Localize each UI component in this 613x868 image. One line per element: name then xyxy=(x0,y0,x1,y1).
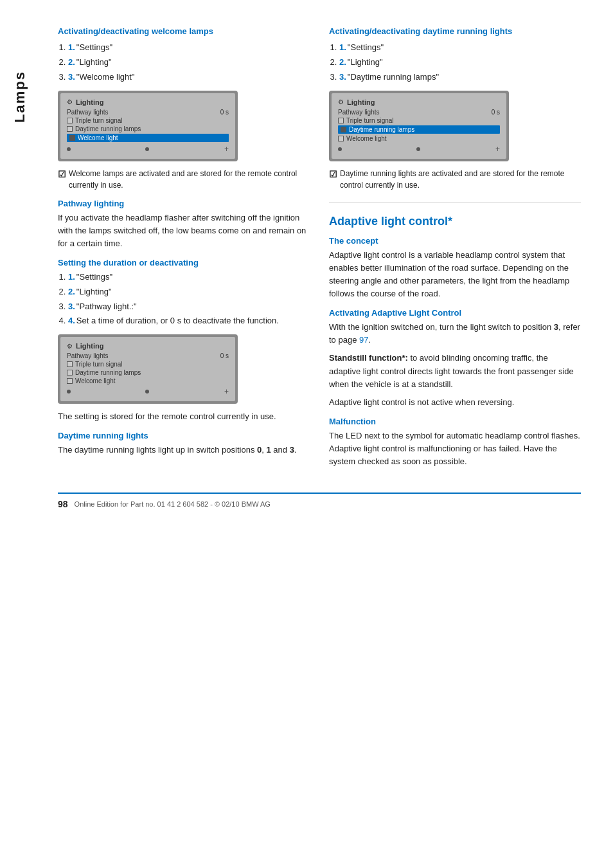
welcome-lamps-title: Activating/deactivating welcome lamps xyxy=(58,26,310,37)
screen-plus: + xyxy=(224,145,229,154)
screen-daytime-row2: Daytime running lamps xyxy=(67,369,229,376)
step-item: 1."Settings" xyxy=(68,271,310,284)
pathway-lighting-body: If you activate the headlamp flasher aft… xyxy=(58,212,310,250)
welcome-lamps-steps: 1."Settings" 2."Lighting" 3."Welcome lig… xyxy=(68,41,310,84)
pathway-lighting-title: Pathway lighting xyxy=(58,199,310,208)
screen-dot-right xyxy=(145,147,149,151)
daytime-note: ☑ Daytime running lights are activated a… xyxy=(329,168,581,191)
screen-triple-row: Triple turn signal xyxy=(67,117,229,124)
screen-plus2: + xyxy=(224,387,229,396)
page-container: Lamps Activating/deactivating welcome la… xyxy=(0,0,613,868)
adaptive-main-title: Adaptive light control* xyxy=(329,215,581,228)
activating-body2: Standstill function*: to avoid blinding … xyxy=(329,352,581,390)
screen-plus3: + xyxy=(495,145,500,154)
malfunction-body: The LED next to the symbol for automatic… xyxy=(329,429,581,468)
right-column: Activating/deactivating daytime running … xyxy=(329,26,581,473)
setting-duration-steps: 1."Settings" 2."Lighting" 3."Pathway lig… xyxy=(68,271,310,328)
screen-welcome-row2: Welcome light xyxy=(67,377,229,384)
screen-controls: + xyxy=(67,145,229,154)
screen-pathway-row3: Pathway lights 0 s xyxy=(338,109,500,116)
step-item: 1."Settings" xyxy=(68,41,310,55)
daytime-running-body: The daytime running lights light up in s… xyxy=(58,444,310,457)
screen-dot-right2 xyxy=(145,390,149,393)
setting-duration-title: Setting the duration or deactivating xyxy=(58,258,310,267)
screen-daytime-activate: ⚙ Lighting Pathway lights 0 s Triple tur… xyxy=(329,91,509,161)
step-item: 2."Lighting" xyxy=(68,285,310,299)
daytime-checkbox xyxy=(67,126,73,132)
daytime-running-title: Daytime running lights xyxy=(58,431,310,440)
screen-controls2: + xyxy=(67,387,229,396)
step-item: 3."Pathway light.:" xyxy=(68,300,310,314)
page-ref-link[interactable]: 97 xyxy=(359,335,368,345)
screen-pathway-row: Pathway lights 0 s xyxy=(67,109,229,116)
screen-title-daytime: Lighting xyxy=(347,98,375,106)
screen-triple-row2: Triple turn signal xyxy=(67,361,229,368)
checkmark-icon-welcome: ☑ xyxy=(58,168,66,181)
concept-title: The concept xyxy=(329,236,581,246)
screen-title-welcome: Lighting xyxy=(76,98,103,106)
screen-settings-icon: ⚙ xyxy=(67,98,73,105)
daytime-activate-steps: 1."Settings" 2."Lighting" 3."Daytime run… xyxy=(339,41,581,84)
step-item: 4.Set a time of duration, or 0 s to deac… xyxy=(68,314,310,328)
screen-dot-left2 xyxy=(67,390,71,393)
triple-checkbox3 xyxy=(338,118,344,123)
step-item: 3."Daytime running lamps" xyxy=(339,71,581,84)
screen-dot-left xyxy=(67,147,71,151)
triple-checkbox2 xyxy=(67,361,73,367)
step-item: 2."Lighting" xyxy=(68,56,310,69)
screen-daytime-row3: Daytime running lamps xyxy=(338,125,500,134)
screen-controls3: + xyxy=(338,145,500,154)
daytime-checkbox-checked3 xyxy=(341,127,346,132)
footer-text: Online Edition for Part no. 01 41 2 604 … xyxy=(75,500,271,508)
screen-welcome-row: Welcome light xyxy=(67,134,229,142)
activating-title: Activating Adaptive Light Control xyxy=(329,308,581,318)
screen-pathway: ⚙ Lighting Pathway lights 0 s Triple tur… xyxy=(58,334,238,404)
welcome-checkbox3 xyxy=(338,136,344,141)
step-item: 1."Settings" xyxy=(339,41,581,55)
activating-body3: Adaptive light control is not active whe… xyxy=(329,396,581,409)
triple-checkbox xyxy=(67,118,73,123)
screen-dot-right3 xyxy=(416,147,420,151)
activating-body1: With the ignition switched on, turn the … xyxy=(329,321,581,347)
concept-body: Adaptive light control is a variable hea… xyxy=(329,249,581,301)
step-item: 3."Welcome light" xyxy=(68,71,310,84)
setting-duration-note: The setting is stored for the remote con… xyxy=(58,410,310,423)
page-number: 98 xyxy=(58,499,68,509)
malfunction-title: Malfunction xyxy=(329,417,581,426)
page-footer: 98 Online Edition for Part no. 01 41 2 6… xyxy=(58,493,581,509)
screen-pathway-row2: Pathway lights 0 s xyxy=(67,352,229,359)
screen-settings-icon3: ⚙ xyxy=(338,98,344,105)
screen-dot-left3 xyxy=(338,147,342,151)
checkmark-icon-daytime: ☑ xyxy=(329,168,337,181)
screen-welcome-row3: Welcome light xyxy=(338,135,500,142)
screen-daytime-row: Daytime running lamps xyxy=(67,125,229,132)
step-item: 2."Lighting" xyxy=(339,56,581,69)
screen-triple-row3: Triple turn signal xyxy=(338,117,500,124)
screen-title-pathway: Lighting xyxy=(76,342,103,350)
sidebar-label: Lamps xyxy=(12,71,28,123)
main-content: Activating/deactivating welcome lamps 1.… xyxy=(58,26,581,473)
section-divider xyxy=(329,203,581,203)
welcome-note: ☑ Welcome lamps are activated and are st… xyxy=(58,168,310,191)
daytime-checkbox2 xyxy=(67,370,73,375)
left-column: Activating/deactivating welcome lamps 1.… xyxy=(58,26,310,473)
daytime-activate-title: Activating/deactivating daytime running … xyxy=(329,26,581,37)
screen-welcome: ⚙ Lighting Pathway lights 0 s Triple tur… xyxy=(58,91,238,161)
screen-settings-icon2: ⚙ xyxy=(67,343,73,350)
welcome-checkbox-checked xyxy=(69,135,75,141)
welcome-checkbox2 xyxy=(67,378,73,384)
